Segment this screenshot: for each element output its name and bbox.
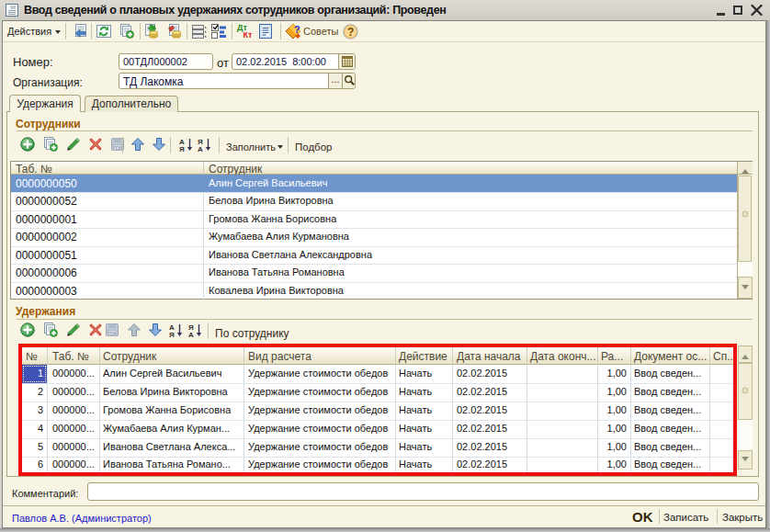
svg-text:ГОК: ГОК xyxy=(114,146,122,151)
svg-text:?: ? xyxy=(347,26,354,39)
svg-text:А: А xyxy=(198,145,203,153)
svg-text:?: ? xyxy=(294,24,300,35)
svg-text:Я: Я xyxy=(169,331,175,338)
svg-text:Я: Я xyxy=(179,145,185,153)
svg-text:ГОК: ГОК xyxy=(108,332,117,336)
svg-text:А: А xyxy=(188,331,194,338)
